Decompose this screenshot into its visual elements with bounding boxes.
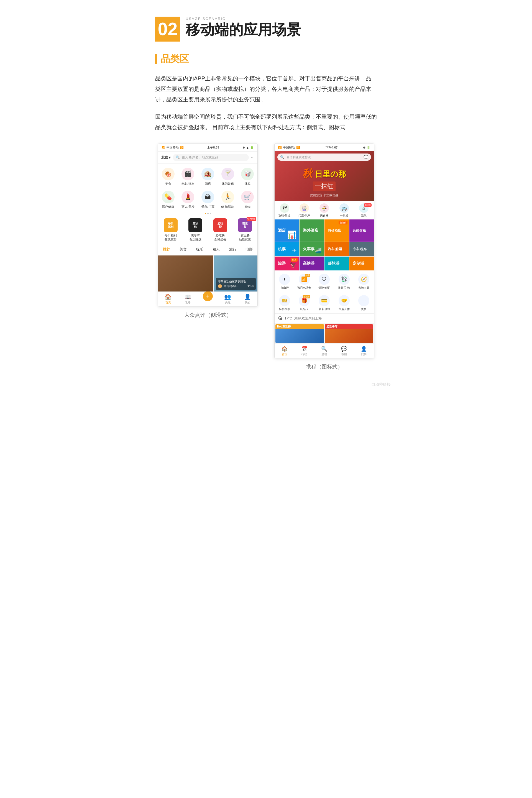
dianping-caption: 大众点评（侧滑式） — [184, 311, 232, 319]
ct-bottom-home[interactable]: 🏠 首页 — [274, 346, 294, 356]
ct-bottombar: 🏠 首页 📅 行程 🔍 发现 💬 客服 — [274, 344, 374, 358]
dp-feed-image-2: 非常喜欢他家的衣服嗞 鸡鸡鸡鸡1... ❤ 58 — [214, 255, 258, 291]
dp-bottom-profile[interactable]: 👤 我的 — [238, 293, 258, 305]
ct-icon-currency[interactable]: 💱 换外币·购 — [334, 274, 354, 290]
ct-bottom-service[interactable]: 💬 客服 — [334, 346, 354, 356]
dp-bottombar: 🏠 首页 📖 攻略 + 👥 关注 👤 — [158, 291, 258, 306]
ct-icon-card-loan[interactable]: 💳 串卡·借钱 — [314, 295, 334, 311]
dp-content-tabs: 推荐 美食 玩乐 丽人 旅行 电影 — [158, 244, 258, 255]
dp-feed: 非常喜欢他家的衣服嗞 鸡鸡鸡鸡1... ❤ 58 — [158, 255, 258, 291]
ct-search-bar[interactable]: 🔍 西伯利亚铁道惊魂 💬 — [277, 153, 371, 161]
body-paragraph-2: 因为移动端首屏空间的珍贵，我们不可能全部罗列展示这些品类；不重要的、使用频率低的… — [155, 111, 377, 132]
ct-icon-insurance[interactable]: 🛡 保险·签证 — [314, 274, 334, 290]
dp-page-indicator — [158, 212, 258, 216]
ct-icon-gift-card[interactable]: 超低价 🎁 礼品卡 — [294, 295, 315, 311]
dp-cat-movie[interactable]: 🎬 电影/演出 — [178, 167, 198, 187]
dp-promo-daily[interactable]: 每日福利 每日福利领优惠券 — [158, 216, 183, 244]
ct-cell-tour[interactable]: 旅游 🦅 热卖 — [274, 256, 299, 270]
ct-grid-row-transport: 机票 ✈ 火车票 🚄 汽车·船票 专车·租车 — [274, 242, 374, 256]
section-subtitle: USAGE SCENARIO — [186, 17, 301, 21]
ct-hot-ranking[interactable]: Hot 票选榜 — [276, 324, 324, 343]
ct-cell-bus-boat[interactable]: 汽车·船票 — [324, 242, 349, 256]
dp-bottom-home[interactable]: 🏠 首页 — [158, 293, 178, 305]
dp-location[interactable]: 北京 ▾ — [161, 155, 171, 160]
category-heading: 品类区 — [155, 53, 377, 65]
ct-cell-bullet-tour[interactable]: 高铁游 — [300, 256, 324, 270]
dp-promo-row: 每日福利 每日福利领优惠券 黑珍珠 黑珍珠食之臻选 必吃榜 必吃榜全城必去 VI… — [158, 216, 258, 244]
dp-cat-fitness[interactable]: 🏃 健身/运动 — [218, 190, 238, 210]
ct-icon-cheap-flight[interactable]: 🎫 特价机票 — [274, 295, 294, 311]
dp-tab-beauty[interactable]: 丽人 — [208, 244, 225, 255]
section-title-group: USAGE SCENARIO 移动端的应用场景 — [186, 17, 301, 38]
dp-tab-recommend[interactable]: 推荐 — [158, 244, 175, 255]
ct-hot-restaurant[interactable]: 必选餐厅 — [325, 324, 373, 343]
dp-tab-food[interactable]: 美食 — [175, 244, 191, 255]
ct-nav-tabs: 🗺 攻略·景点 🎡 门票·玩乐 🍜 美食林 🚌 一日游 — [274, 201, 374, 220]
ct-cell-custom-tour[interactable]: 定制游 — [349, 256, 374, 270]
dp-cat-leisure[interactable]: 🍸 休闲娱乐 — [218, 167, 238, 187]
dp-bottom-follow[interactable]: 👥 关注 — [218, 293, 238, 305]
dp-cat-hotel[interactable]: 🏨 酒店 — [198, 167, 218, 187]
dp-promo-king-meal[interactable]: VIP特权 霸王餐 霸王餐品质优选 — [233, 216, 258, 244]
ct-bottom-profile[interactable]: 👤 我的 — [354, 346, 374, 356]
ct-nav-tickets[interactable]: 🎡 门票·玩乐 — [294, 203, 315, 217]
ct-weather-bar: 🌤 17°C 您好,欢迎来到上海 — [274, 314, 374, 323]
ct-cell-flight[interactable]: 机票 ✈ — [274, 242, 299, 256]
dp-cat-shopping[interactable]: 🛒 购物 — [238, 190, 258, 210]
ct-cell-bnb[interactable]: 民宿·客栈 — [349, 220, 374, 242]
section-title: 移动端的应用场景 — [186, 22, 301, 38]
dp-cat-medical[interactable]: 💊 医疗健康 — [158, 190, 178, 210]
dp-more-button[interactable]: ··· — [251, 155, 255, 160]
dp-feed-row: 非常喜欢他家的衣服嗞 鸡鸡鸡鸡1... ❤ 58 — [158, 255, 258, 291]
ct-icon-more[interactable]: ⋯ 更多 — [354, 295, 374, 311]
section-header: 02 USAGE SCENARIO 移动端的应用场景 — [155, 17, 377, 41]
ct-hero-banner: 🔍 西伯利亚铁道惊魂 💬 秋 日里の那 一抹红 提前预定 享立减优惠 — [274, 151, 374, 201]
ct-nav-hotspring[interactable]: 影优惠 ♨ 温泉 — [354, 203, 374, 217]
ct-cell-hotel[interactable]: 酒店 📊 — [274, 220, 299, 242]
category-title: 品类区 — [161, 53, 189, 65]
ct-icon-wifi[interactable]: 特惠 📶 WiFi电话卡 — [294, 274, 315, 290]
ct-nav-food[interactable]: 🍜 美食林 — [314, 203, 334, 217]
dp-cat-beauty[interactable]: 💄 丽人/美发 — [178, 190, 198, 210]
dp-tab-fun[interactable]: 玩乐 — [191, 244, 208, 255]
ct-icon-guide[interactable]: 🧭 当地向导 — [354, 274, 374, 290]
ct-icon-franchise[interactable]: 🤝 加盟合作 — [334, 295, 354, 311]
ct-cell-overseas-hotel[interactable]: 海外酒店 — [300, 220, 324, 242]
ct-bottom-itinerary[interactable]: 📅 行程 — [294, 346, 315, 356]
ct-bottom-discover[interactable]: 🔍 发现 — [314, 346, 334, 356]
dp-bottom-guide[interactable]: 📖 攻略 — [178, 293, 198, 305]
ct-nav-daytrip[interactable]: 🚌 一日游 — [334, 203, 354, 217]
dp-bottom-plus[interactable]: + — [198, 293, 218, 305]
ctrip-phone: 📶 中国移动 🛜 下午4:67 ⊕ 🔋 🔍 西伯利 — [274, 144, 374, 358]
ct-small-icons-row2: 🎫 特价机票 超低价 🎁 礼品卡 💳 串卡·借钱 🤝 加盟合作 — [274, 292, 374, 314]
dp-cat-delivery[interactable]: 🥡 外卖 — [238, 167, 258, 187]
ctrip-screenshot: 📶 中国移动 🛜 下午4:67 ⊕ 🔋 🔍 西伯利 — [271, 144, 377, 370]
dp-search-bar: 北京 ▾ 🔍 输入商户名、地点或菜品 ··· — [158, 152, 258, 164]
ct-grid: 酒店 📊 海外酒店 特价酒店 超低价 民宿·客栈 — [274, 220, 374, 270]
ct-cell-cruise[interactable]: 邮轮游 — [324, 256, 349, 270]
dp-promo-black-pearl[interactable]: 黑珍珠 黑珍珠食之臻选 — [183, 216, 208, 244]
screenshots-row: 📶 中国移动 🛜 上午8:39 ⊕ ▲ 🔋 北京 ▾ — [155, 144, 377, 370]
section-number: 02 — [155, 17, 180, 41]
dp-cat-tickets[interactable]: 🏔 景点/门票 — [198, 190, 218, 210]
category-bar — [155, 54, 157, 64]
ct-cell-taxi[interactable]: 专车·租车 — [349, 242, 374, 256]
dp-feed-image-1 — [158, 255, 213, 291]
ct-hero-title: 秋 日里の那 一抹红 提前预定 享立减优惠 — [274, 163, 374, 201]
page-container: 02 USAGE SCENARIO 移动端的应用场景 品类区 品类区是国内的AP… — [133, 0, 399, 393]
ct-nav-sightseeing[interactable]: 🗺 攻略·景点 — [274, 203, 294, 217]
ct-cell-budget-hotel[interactable]: 特价酒店 超低价 — [324, 220, 349, 242]
ct-small-icons-row1: ✈ 自由行 特惠 📶 WiFi电话卡 🛡 保险·签证 💱 换外币·购 — [274, 271, 374, 292]
dp-categories-row1: 🍖 美食 🎬 电影/演出 🏨 酒店 🍸 休闲娱乐 — [158, 164, 258, 188]
dianping-phone: 📶 中国移动 🛜 上午8:39 ⊕ ▲ 🔋 北京 ▾ — [158, 144, 258, 306]
dp-tab-movie[interactable]: 电影 — [241, 244, 258, 255]
ct-icon-free-travel[interactable]: ✈ 自由行 — [274, 274, 294, 290]
body-paragraph-1: 品类区是国内的APP上非常常见的一个模块，它位于首屏。对于出售商品的平台来讲，品… — [155, 73, 377, 105]
dp-tab-travel[interactable]: 旅行 — [225, 244, 241, 255]
ct-grid-row-tourism: 旅游 🦅 热卖 高铁游 邮轮游 定制游 — [274, 256, 374, 270]
dp-cat-food[interactable]: 🍖 美食 — [158, 167, 178, 187]
ct-cell-train[interactable]: 火车票 🚄 — [300, 242, 324, 256]
dp-search-input[interactable]: 🔍 输入商户名、地点或菜品 — [173, 154, 249, 161]
dp-categories-row2: 💊 医疗健康 💄 丽人/美发 🏔 景点/门票 🏃 健身/运动 — [158, 188, 258, 212]
dp-promo-must-eat[interactable]: 必吃榜 必吃榜全城必去 — [208, 216, 233, 244]
